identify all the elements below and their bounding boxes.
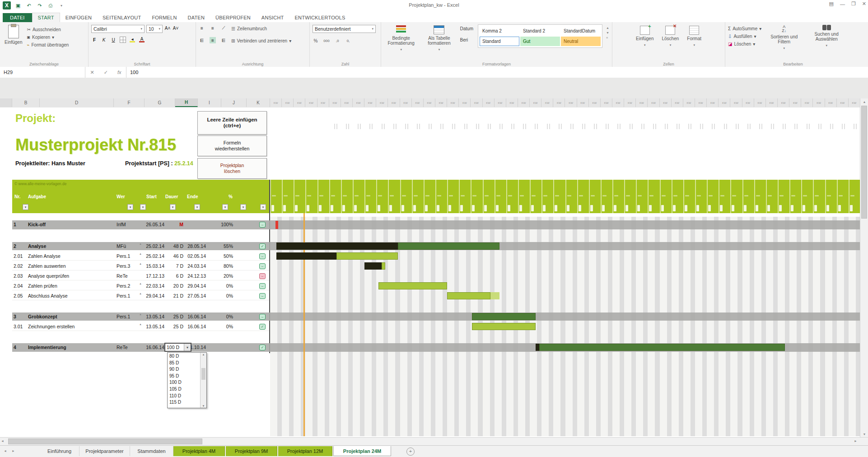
task-3.01-name[interactable]: Zeichnungen erstellen bbox=[28, 324, 115, 329]
sheet-tab-projektplan-4m[interactable]: Projektplan 4M bbox=[173, 446, 225, 456]
row-spin-icon[interactable]: ▲ bbox=[139, 242, 142, 245]
task-2.03-dauer[interactable]: 6 D bbox=[165, 273, 183, 279]
task-4-start[interactable]: 16.06.14 bbox=[144, 345, 164, 350]
task-2-ende[interactable]: 28.05.14 bbox=[185, 243, 206, 249]
task-2.05-nr[interactable]: 2.05 bbox=[14, 293, 26, 298]
task-2.01-ende[interactable]: 02.05.14 bbox=[185, 253, 206, 259]
column-header-week[interactable]: KW bbox=[341, 98, 353, 107]
task-1-nr[interactable]: 1 bbox=[14, 222, 26, 227]
duration-option-85D[interactable]: 85 D bbox=[168, 360, 199, 367]
ribbon-tab-seitenlayout[interactable]: SEITENLAYOUT bbox=[97, 13, 146, 22]
duration-option-105D[interactable]: 105 D bbox=[168, 387, 199, 393]
dropdown-scroll-handle[interactable] bbox=[201, 368, 205, 380]
status-icon-4[interactable]: ✓ bbox=[259, 345, 266, 350]
filter-dropdown-icon[interactable]: ▾ bbox=[127, 204, 133, 210]
task-2.01-nr[interactable]: 2.01 bbox=[14, 253, 26, 259]
ribbon-tab-ansicht[interactable]: ANSICHT bbox=[256, 13, 289, 22]
task-2-name[interactable]: Analyse bbox=[28, 243, 115, 249]
task-3.01-dauer[interactable]: 25 D bbox=[165, 324, 183, 329]
column-header-week[interactable]: KW bbox=[376, 98, 388, 107]
task-2.01-name[interactable]: Zahlen Analyse bbox=[28, 253, 115, 259]
dropdown-scrollbar[interactable]: ▲▼ bbox=[200, 353, 206, 408]
task-2.04-nr[interactable]: 2.04 bbox=[14, 283, 26, 289]
duration-option-100D[interactable]: 100 D bbox=[168, 380, 199, 386]
task-2.04-start[interactable]: 22.03.14 bbox=[144, 283, 164, 289]
format-as-table-button[interactable]: Als Tabelle formatieren▾ bbox=[422, 24, 456, 53]
clear-button[interactable]: ◪Löschen ▾ bbox=[728, 40, 761, 48]
gallery-scroll[interactable]: ▲▼≡ bbox=[606, 24, 609, 39]
column-header-week[interactable]: KW bbox=[424, 98, 435, 107]
sheet-tab-projektplan-9m[interactable]: Projektplan 9M bbox=[226, 446, 277, 456]
column-header-week[interactable]: KW bbox=[329, 98, 341, 107]
row-spin-icon[interactable]: ▲ bbox=[139, 323, 142, 326]
ribbon-tab-überprüfen[interactable]: ÜBERPRÜFEN bbox=[210, 13, 256, 22]
column-header-D[interactable]: D bbox=[40, 98, 114, 107]
column-header-J[interactable]: J bbox=[221, 98, 247, 107]
find-select-button[interactable]: Suchen und Auswählen▾ bbox=[807, 24, 846, 51]
sheet-tab-projektplan-24m[interactable]: Projektplan 24M bbox=[333, 446, 391, 456]
macro-button-1[interactable]: Formelnwiederherstellen bbox=[197, 135, 267, 156]
underline-button[interactable]: U bbox=[110, 37, 117, 43]
task-2.02-pct[interactable]: 80% bbox=[211, 263, 233, 269]
cell-style-komma-2[interactable]: Komma 2 bbox=[480, 26, 519, 36]
task-2.05-ende[interactable]: 27.05.14 bbox=[185, 293, 206, 298]
sheet-nav-left-icon[interactable]: ◄ bbox=[4, 449, 7, 452]
column-header-B[interactable]: B bbox=[12, 98, 40, 107]
column-header-week[interactable]: KW bbox=[435, 98, 447, 107]
filter-dropdown-icon[interactable]: ▾ bbox=[170, 204, 176, 210]
column-header-week[interactable]: KW bbox=[270, 98, 282, 107]
column-header-week[interactable]: KW bbox=[589, 98, 601, 107]
horizontal-scrollbar[interactable]: ◄ ► bbox=[0, 437, 868, 446]
cancel-icon[interactable]: ✕ bbox=[90, 70, 94, 75]
column-header-week[interactable]: KW bbox=[364, 98, 376, 107]
row-spin-icon[interactable]: ▲ bbox=[139, 262, 142, 265]
task-3-name[interactable]: Grobkonzept bbox=[28, 314, 115, 319]
align-left-icon[interactable]: ⋿ bbox=[199, 37, 205, 43]
column-header-week[interactable]: KW bbox=[849, 98, 860, 107]
minimize-button[interactable]: — bbox=[840, 1, 845, 7]
macro-button-0[interactable]: Leere Zeile einfügen(ctrl+e) bbox=[197, 111, 267, 135]
task-3.01-ende[interactable]: 16.06.14 bbox=[185, 324, 206, 329]
column-header-week[interactable]: KW bbox=[612, 98, 624, 107]
font-size-select[interactable]: 10▾ bbox=[146, 25, 163, 33]
column-header-week[interactable]: KW bbox=[683, 98, 695, 107]
task-2.01-pct[interactable]: 50% bbox=[211, 253, 233, 259]
task-2.01-start[interactable]: 25.02.14 bbox=[144, 253, 164, 259]
copy-button[interactable]: ▣Kopieren ▾ bbox=[27, 33, 69, 41]
column-header-week[interactable]: KW bbox=[789, 98, 801, 107]
column-header-week[interactable]: KW bbox=[530, 98, 541, 107]
column-header-week[interactable]: KW bbox=[801, 98, 813, 107]
column-header-I[interactable]: I bbox=[198, 98, 221, 107]
status-icon-2.01[interactable]: – bbox=[259, 253, 266, 259]
italic-button[interactable]: K bbox=[101, 37, 107, 43]
align-middle-icon[interactable]: ≡ bbox=[210, 25, 216, 31]
task-2.05-pct[interactable]: 0% bbox=[211, 293, 233, 298]
task-2.05-name[interactable]: Abschluss Analyse bbox=[28, 293, 115, 298]
shrink-font-button[interactable]: A˅ bbox=[173, 25, 179, 31]
status-icon-2.02[interactable]: – bbox=[259, 263, 266, 269]
dropdown-scroll-up-icon[interactable]: ▲ bbox=[201, 353, 206, 356]
ribbon-tab-daten[interactable]: DATEN bbox=[182, 13, 210, 22]
column-header-week[interactable]: KW bbox=[672, 98, 683, 107]
font-color-button[interactable]: A bbox=[139, 37, 145, 43]
task-1-dauer[interactable]: M bbox=[165, 222, 183, 227]
filter-dropdown-icon[interactable]: ▾ bbox=[23, 204, 28, 210]
dropdown-scroll-down-icon[interactable]: ▼ bbox=[201, 405, 206, 407]
filter-dropdown-icon[interactable]: ▾ bbox=[240, 204, 246, 210]
task-3-nr[interactable]: 3 bbox=[14, 314, 26, 319]
task-3.01-start[interactable]: 13.05.14 bbox=[144, 324, 164, 329]
conditional-formatting-button[interactable]: Bedingte Formatierung▾ bbox=[384, 24, 418, 53]
column-header-F[interactable]: F bbox=[114, 98, 145, 107]
task-2.02-dauer[interactable]: 7 D bbox=[165, 263, 183, 269]
column-header-week[interactable]: KW bbox=[719, 98, 730, 107]
bold-button[interactable]: F bbox=[91, 37, 98, 43]
column-header-week[interactable]: KW bbox=[695, 98, 707, 107]
column-header-week[interactable]: KW bbox=[353, 98, 364, 107]
task-2.03-name[interactable]: Analyse querprüfen bbox=[28, 273, 115, 279]
task-3.01-pct[interactable]: 0% bbox=[211, 324, 233, 329]
task-1-wer[interactable]: InfM bbox=[117, 222, 138, 227]
row-spin-icon[interactable]: ▲ bbox=[139, 282, 142, 285]
column-header-week[interactable]: KW bbox=[778, 98, 789, 107]
column-header-week[interactable]: KW bbox=[648, 98, 659, 107]
column-header-week[interactable]: KW bbox=[837, 98, 849, 107]
